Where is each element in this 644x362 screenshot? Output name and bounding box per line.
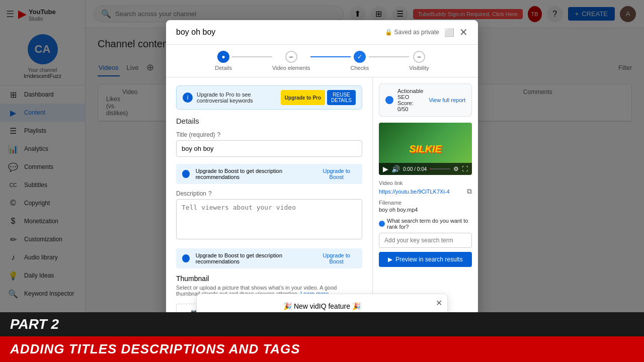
step-checks: ✓ Checks	[351, 51, 369, 71]
seo-score-link[interactable]: View full report	[429, 97, 465, 103]
step-label-details: Details	[215, 65, 232, 71]
upgrade-boost-button-1[interactable]: Upgrade to Boost	[316, 168, 356, 180]
filename-section: Filename boy oh boy.mp4	[379, 200, 472, 213]
upgrade-btn-group: Upgrade to Pro REUSE DETAILS	[281, 90, 356, 105]
upgrade-icon: i	[183, 93, 193, 103]
part2-text: PART 2	[10, 316, 59, 332]
filename-label: Filename	[379, 200, 472, 206]
video-link-section: Video link https://youtu.be/9CiTLK7Xi-4 …	[379, 180, 472, 196]
modal-backdrop: boy oh boy 🔒 Saved as private ⬜ ✕ ● Deta…	[0, 0, 644, 362]
description-label: Description ?	[176, 190, 362, 197]
preview-icon: ▶	[388, 256, 392, 263]
video-link-label: Video link	[379, 180, 472, 186]
boost-icon-2	[182, 254, 190, 262]
adding-text: ADDING TITLES DESCRIPTIONS AND TAGS	[10, 341, 300, 356]
video-settings-icon[interactable]: ⚙	[453, 165, 459, 172]
stepper: ● Details – Video elements ✓ Checks – Vi…	[166, 45, 478, 77]
filename-value: boy oh boy.mp4	[379, 207, 472, 213]
video-title-overlay: SILKIE	[409, 143, 441, 155]
video-preview: SILKIE ▶ 🔊 0:00 / 0:04 ⚙ ⛶	[379, 123, 472, 175]
step-circle-checks: ✓	[354, 51, 366, 63]
lock-icon: 🔒	[385, 29, 392, 36]
banner-part2: PART 2	[0, 312, 644, 336]
modal-title: boy oh boy	[176, 28, 215, 37]
video-time: 0:00 / 0:04	[403, 166, 427, 172]
desc-help-icon: ?	[208, 190, 212, 197]
description-group: Description ?	[176, 190, 362, 241]
step-visibility: – Visibility	[409, 51, 429, 71]
seo-score-text: Actionable SEO Score: 0/50	[397, 88, 425, 112]
boost-icon-1	[182, 170, 190, 178]
saved-badge: 🔒 Saved as private	[385, 29, 439, 36]
title-group: Title (required) ?	[176, 131, 362, 157]
step-line-1	[232, 56, 272, 57]
boost-banner-2: Upgrade to Boost to get description reco…	[176, 248, 362, 268]
share-icon[interactable]: ⬜	[444, 28, 454, 37]
video-controls: ▶ 🔊 0:00 / 0:04 ⚙ ⛶	[379, 163, 472, 175]
step-circle-details: ●	[217, 51, 229, 63]
upgrade-boost-button-2[interactable]: Upgrade to Boost	[316, 252, 356, 264]
step-line-3	[369, 56, 409, 57]
upgrade-pro-button[interactable]: Upgrade to Pro	[281, 90, 325, 105]
section-title: Details	[176, 117, 362, 125]
reuse-details-button[interactable]: REUSE DETAILS	[327, 90, 356, 105]
modal-close-button[interactable]: ✕	[459, 27, 468, 37]
preview-search-button[interactable]: ▶ Preview in search results	[379, 252, 472, 267]
upgrade-text: i Upgrade to Pro to see controversial ke…	[183, 92, 281, 104]
feature-popup-title: 🎉 New vidIQ feature 🎉	[207, 302, 437, 310]
seo-score-box: Actionable SEO Score: 0/50 View full rep…	[379, 83, 472, 117]
step-circle-visibility: –	[413, 51, 425, 63]
fullscreen-icon[interactable]: ⛶	[462, 165, 468, 172]
seo-icon	[385, 96, 393, 104]
step-label-visibility: Visibility	[409, 65, 429, 71]
video-progress-fill	[430, 168, 431, 169]
step-label-video: Video elements	[272, 65, 310, 71]
video-link-text[interactable]: https://youtu.be/9CiTLK7Xi-4	[379, 189, 450, 195]
step-details: ● Details	[215, 51, 232, 71]
step-circle-video: –	[285, 51, 297, 63]
feature-popup-close-button[interactable]: ✕	[436, 298, 442, 308]
search-rank-label: What search term do you want to rank for…	[379, 218, 472, 230]
upgrade-banner: i Upgrade to Pro to see controversial ke…	[176, 85, 362, 110]
key-search-input[interactable]	[379, 233, 472, 248]
title-help-icon: ?	[217, 131, 221, 138]
video-link-url: https://youtu.be/9CiTLK7Xi-4 ⧉	[379, 187, 472, 196]
copy-link-button[interactable]: ⧉	[467, 187, 472, 196]
volume-button[interactable]: 🔊	[391, 165, 400, 173]
video-progress[interactable]	[430, 168, 450, 169]
search-rank-section: What search term do you want to rank for…	[379, 218, 472, 267]
banner-adding: ADDING TITLES DESCRIPTIONS AND TAGS	[0, 336, 644, 362]
rank-icon	[379, 221, 385, 227]
thumbnail-label: Thumbnail	[176, 275, 362, 283]
step-line-2	[310, 56, 351, 57]
step-label-checks: Checks	[351, 65, 369, 71]
description-input[interactable]	[176, 199, 362, 239]
title-label: Title (required) ?	[176, 131, 362, 138]
overlay-banner: PART 2 ADDING TITLES DESCRIPTIONS AND TA…	[0, 312, 644, 362]
modal-header: boy oh boy 🔒 Saved as private ⬜ ✕	[166, 20, 478, 45]
play-button[interactable]: ▶	[383, 165, 388, 173]
step-video-elements: – Video elements	[272, 51, 310, 71]
modal-header-right: 🔒 Saved as private ⬜ ✕	[385, 27, 468, 37]
title-input[interactable]	[176, 140, 362, 157]
boost-banner-1: Upgrade to Boost to get description reco…	[176, 164, 362, 184]
